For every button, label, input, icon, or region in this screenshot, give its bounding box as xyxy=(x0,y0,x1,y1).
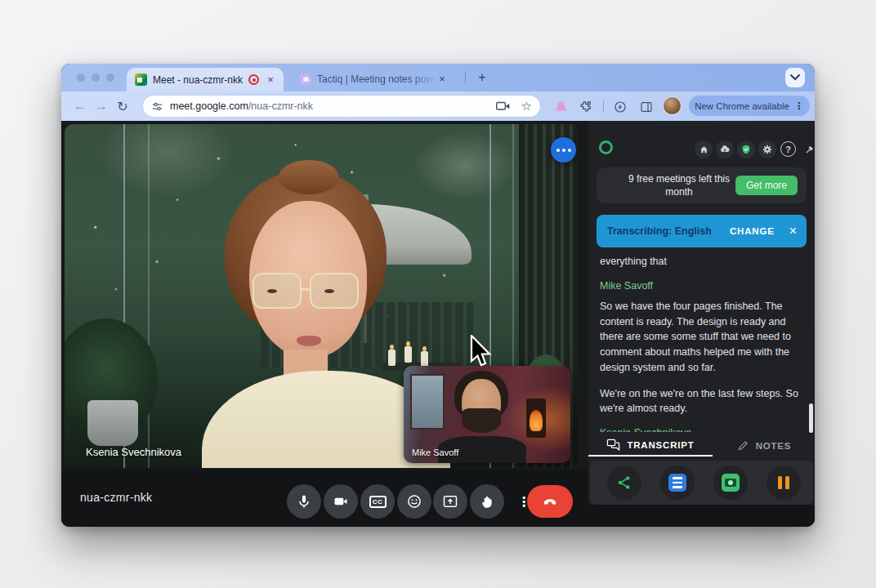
address-bar[interactable]: meet.google.com/nua-czmr-nkk ☆ xyxy=(143,96,540,117)
tactiq-favicon-icon xyxy=(300,74,311,85)
url-path: /nua-czmr-nkk xyxy=(248,100,313,112)
help-icon[interactable]: ? xyxy=(780,141,796,157)
site-settings-icon[interactable] xyxy=(151,100,163,113)
shield-check-icon[interactable] xyxy=(737,140,755,158)
browser-toolbar: ← → ↻ meet.google.com/nua-czmr-nkk ☆ New… xyxy=(61,91,815,121)
transcript-text: everything that xyxy=(600,254,803,270)
reload-icon[interactable]: ↻ xyxy=(112,99,133,114)
eye xyxy=(267,289,277,293)
tab-divider xyxy=(465,72,466,83)
tab-transcript-label: TRANSCRIPT xyxy=(627,440,694,450)
eye xyxy=(324,289,334,293)
tactiq-extension-icon[interactable] xyxy=(553,99,569,114)
chat-notification-icon[interactable] xyxy=(551,137,576,163)
change-language-button[interactable]: CHANGE xyxy=(730,226,775,236)
chevron-down-icon xyxy=(790,74,800,81)
captions-icon: CC xyxy=(369,496,387,508)
tab-notes-label: NOTES xyxy=(756,441,792,451)
recording-indicator-icon xyxy=(248,74,259,85)
pip-video-tile[interactable]: Mike Savoff xyxy=(404,366,570,463)
new-tab-button[interactable]: + xyxy=(473,69,491,87)
transcribing-status-label: Transcribing: English xyxy=(607,225,730,237)
chrome-update-button[interactable]: New Chrome available ⋮ xyxy=(689,96,810,116)
banner-close-icon[interactable]: × xyxy=(789,224,797,238)
get-more-button[interactable]: Get more xyxy=(735,176,798,195)
transcript-speaker: Ksenia Svechnikova xyxy=(600,427,803,432)
bookmark-star-icon[interactable]: ☆ xyxy=(521,99,532,114)
side-panel-icon[interactable] xyxy=(638,99,654,114)
tab-notes[interactable]: NOTES xyxy=(716,434,812,457)
share-icon xyxy=(616,474,632,491)
microphone-button[interactable] xyxy=(287,484,321,519)
pip-name-label: Mike Savoff xyxy=(412,448,458,457)
participant-hair-bun xyxy=(279,160,339,194)
present-button[interactable] xyxy=(433,484,467,519)
window-minimize-button[interactable] xyxy=(92,74,100,82)
cloud-upload-icon[interactable] xyxy=(716,140,734,158)
tab-title: Tactiq | Meeting notes powe xyxy=(317,74,436,85)
tab-search-button[interactable] xyxy=(785,68,805,87)
transcribing-banner: Transcribing: English CHANGE × xyxy=(597,215,807,247)
close-tab-icon[interactable]: × xyxy=(264,74,277,87)
tab-tactiq[interactable]: Tactiq | Meeting notes powe × xyxy=(293,69,454,90)
pause-transcription-button[interactable] xyxy=(766,466,801,500)
tab-meet[interactable]: Meet - nua-czmr-nkk × xyxy=(127,68,284,91)
meet-content: Ksenia Svechnikova Mike Savoff nua-czmr-… xyxy=(61,121,815,527)
chrome-update-label: New Chrome available xyxy=(695,101,789,111)
meeting-code-label: nua-czmr-nkk xyxy=(80,491,152,504)
quota-card: 9 free meetings left this month Get more xyxy=(597,167,807,203)
screenshot-button[interactable] xyxy=(713,466,748,500)
candle xyxy=(388,350,396,366)
share-button[interactable] xyxy=(607,466,641,500)
plant-pot xyxy=(87,400,138,446)
close-tab-icon[interactable]: × xyxy=(436,73,449,86)
present-screen-icon xyxy=(442,493,458,510)
pip-fireplace xyxy=(526,399,546,438)
browser-window: Meet - nua-czmr-nkk × Tactiq | Meeting n… xyxy=(61,64,815,527)
tab-title: Meet - nua-czmr-nkk xyxy=(153,74,248,86)
pip-window xyxy=(410,374,445,430)
tactiq-sidebar: ? 9 free meetings left this month Get mo… xyxy=(588,121,815,505)
extensions-puzzle-icon[interactable] xyxy=(578,99,593,114)
meet-favicon-icon xyxy=(135,74,147,86)
pause-icon xyxy=(778,476,789,489)
raise-hand-button[interactable] xyxy=(470,484,504,519)
transcript-text: We're on the we're on the last few steps… xyxy=(600,386,803,417)
candle xyxy=(421,351,428,368)
participant-name-label: Ksenia Svechnikova xyxy=(86,446,181,458)
tactiq-status-icon xyxy=(599,140,613,154)
home-icon[interactable] xyxy=(695,140,713,158)
reactions-button[interactable] xyxy=(397,484,431,519)
export-doc-button[interactable] xyxy=(660,466,695,500)
end-call-button[interactable] xyxy=(527,485,573,518)
settings-gear-icon[interactable] xyxy=(758,140,776,158)
profile-avatar[interactable] xyxy=(664,97,681,114)
screenshot-camera-icon xyxy=(722,474,740,492)
pip-beard xyxy=(462,408,501,433)
glass-frame xyxy=(148,124,150,468)
emoji-icon xyxy=(406,493,422,510)
raise-hand-icon xyxy=(480,494,495,510)
media-pip-icon[interactable] xyxy=(496,101,510,112)
camera-button[interactable] xyxy=(324,484,358,519)
window-zoom-button[interactable] xyxy=(106,74,114,82)
tab-strip: Meet - nua-czmr-nkk × Tactiq | Meeting n… xyxy=(61,64,815,91)
transcript-scrollbar[interactable] xyxy=(809,403,813,433)
back-icon[interactable]: ← xyxy=(69,99,91,114)
mouse-cursor xyxy=(470,335,493,369)
end-call-icon xyxy=(541,492,559,510)
transcript-list[interactable]: everything that Mike Savoff So we have t… xyxy=(588,254,815,432)
speed-gauge-icon[interactable] xyxy=(612,99,628,114)
transcript-text: So we have the four pages finished. The … xyxy=(600,299,803,376)
glasses-lens xyxy=(310,273,359,309)
pin-icon[interactable] xyxy=(801,140,815,158)
glasses-bridge xyxy=(300,288,311,291)
tab-transcript[interactable]: TRANSCRIPT xyxy=(588,434,713,457)
captions-button[interactable]: CC xyxy=(360,484,395,519)
main-video-tile[interactable]: Ksenia Svechnikova Mike Savoff xyxy=(65,124,578,468)
chrome-menu-icon[interactable]: ⋮ xyxy=(794,100,804,112)
microphone-icon xyxy=(296,493,312,510)
forward-icon[interactable]: → xyxy=(91,99,112,114)
window-close-button[interactable] xyxy=(77,74,85,82)
camera-icon xyxy=(333,493,349,510)
